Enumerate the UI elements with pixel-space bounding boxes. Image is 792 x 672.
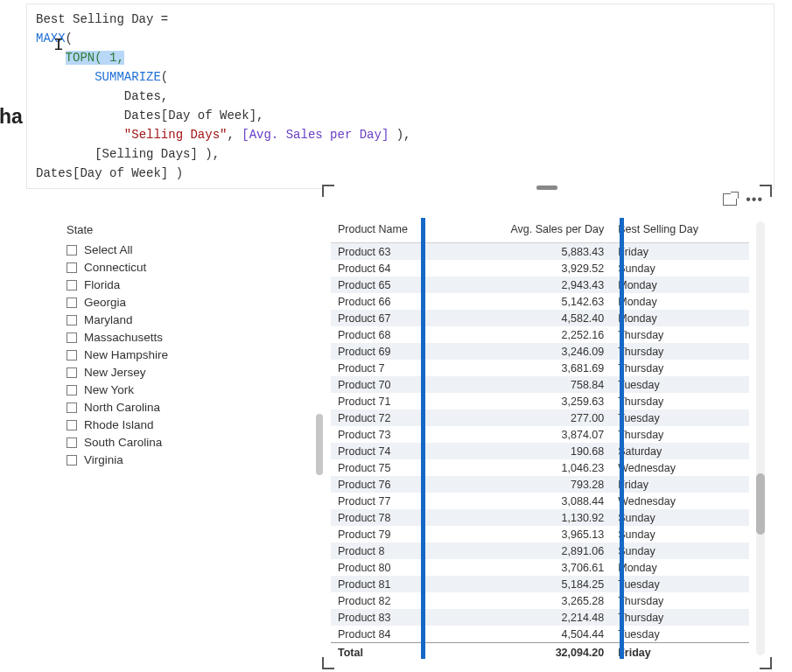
slicer-item[interactable]: New Jersey [67,364,242,382]
slicer-item[interactable]: Florida [67,276,242,294]
cell-avg-sales: 5,184.25 [453,576,611,592]
total-value: 32,094.20 [453,643,611,660]
slicer-item[interactable]: Virginia [67,452,242,469]
slicer-item[interactable]: New York [67,382,242,399]
cell-avg-sales: 3,681.69 [453,360,611,376]
resize-handle-br[interactable] [760,657,772,669]
slicer-item-label: Florida [84,278,120,291]
table-row[interactable]: Product 693,246.09Thursday [331,343,749,360]
slicer-item[interactable]: North Carolina [67,399,242,416]
table-row[interactable]: Product 635,883.43Friday [331,243,749,261]
slicer-item[interactable]: Select All [67,242,242,259]
checkbox-icon[interactable] [67,262,77,273]
formula-bar[interactable]: Best Selling Day = MAXX( TOPN( 1, SUMMAR… [26,4,774,189]
checkbox-icon[interactable] [67,280,77,290]
slicer-item-label: North Carolina [84,401,160,414]
col-header-best-day[interactable]: Best Selling Day [611,218,749,243]
table-row[interactable]: Product 72277.00Tuesday [331,410,749,426]
cell-avg-sales: 3,259.63 [453,393,611,410]
checkbox-icon[interactable] [67,385,77,396]
drag-handle[interactable] [536,186,557,190]
checkbox-icon[interactable] [67,332,77,343]
slicer-item[interactable]: Connecticut [67,259,242,276]
slicer-title: State [67,223,242,236]
cell-best-day: Thursday [611,609,749,626]
table-row[interactable]: Product 713,259.63Thursday [331,393,749,410]
slicer-item[interactable]: Rhode Island [67,416,242,434]
checkbox-icon[interactable] [67,402,77,413]
cell-product: Product 77 [331,493,453,509]
dax-measure-ref: [Avg. Sales per Day] [242,128,389,142]
table-total-row: Total32,094.20Friday [331,643,749,660]
visual-scrollbar-thumb[interactable] [756,473,765,535]
table-row[interactable]: Product 643,929.52Sunday [331,260,749,276]
table-row[interactable]: Product 793,965.13Sunday [331,526,749,542]
table-row[interactable]: Product 674,582.40Monday [331,310,749,326]
checkbox-icon[interactable] [67,438,77,448]
slicer-item-label: Rhode Island [84,418,154,431]
table-row[interactable]: Product 844,504.44Tuesday [331,626,749,643]
slicer-item-label: Select All [84,243,133,256]
table-row[interactable]: Product 803,706.61Monday [331,559,749,576]
cell-avg-sales: 3,965.13 [453,526,611,542]
slicer-item[interactable]: South Carolina [67,434,242,452]
slicer-item-label: Connecticut [84,261,146,274]
table-row[interactable]: Product 73,681.69Thursday [331,360,749,376]
cell-best-day: Tuesday [611,376,749,393]
col-header-product[interactable]: Product Name [331,218,453,243]
resize-handle-bl[interactable] [322,657,334,669]
table-row[interactable]: Product 76793.28Friday [331,476,749,493]
page-scrollbar-thumb[interactable] [316,414,323,475]
table-row[interactable]: Product 665,142.63Monday [331,293,749,310]
checkbox-icon[interactable] [67,315,77,326]
dax-maxx: MAXX [36,32,66,46]
cell-best-day: Monday [611,310,749,326]
checkbox-icon[interactable] [67,420,77,430]
cell-best-day: Monday [611,276,749,293]
cell-product: Product 68 [331,326,453,343]
table-row[interactable]: Product 832,214.48Thursday [331,609,749,626]
visual-scrollbar[interactable] [756,221,765,655]
table-row[interactable]: Product 823,265.28Thursday [331,592,749,609]
cell-product: Product 78 [331,509,453,526]
resize-handle-tl[interactable] [322,185,334,197]
table-row[interactable]: Product 70758.84Tuesday [331,376,749,393]
table-row[interactable]: Product 682,252.16Thursday [331,326,749,343]
cell-avg-sales: 3,088.44 [453,493,611,509]
slicer-item[interactable]: New Hampshire [67,346,242,364]
checkbox-icon[interactable] [67,245,77,256]
cell-avg-sales: 5,142.63 [453,293,611,310]
table-row[interactable]: Product 751,046.23Wednesday [331,459,749,476]
focus-mode-icon[interactable] [723,193,737,206]
checkbox-icon[interactable] [67,368,77,378]
cell-avg-sales: 4,504.44 [453,626,611,643]
slicer-item[interactable]: Massachusetts [67,329,242,346]
col-header-avg-sales[interactable]: Avg. Sales per Day [453,218,611,243]
cell-avg-sales: 5,883.43 [453,243,611,261]
table-row[interactable]: Product 815,184.25Tuesday [331,576,749,592]
checkbox-icon[interactable] [67,350,77,360]
state-slicer[interactable]: State Select AllConnecticutFloridaGeorgi… [67,223,242,469]
table-row[interactable]: Product 82,891.06Sunday [331,542,749,559]
cell-avg-sales: 2,214.48 [453,609,611,626]
table-row[interactable]: Product 773,088.44Wednesday [331,493,749,509]
table-row[interactable]: Product 74190.68Saturday [331,443,749,459]
cell-product: Product 67 [331,310,453,326]
data-table[interactable]: Product Name Avg. Sales per Day Best Sel… [331,218,749,659]
more-options-icon[interactable]: ••• [746,193,763,206]
cell-product: Product 64 [331,260,453,276]
slicer-item[interactable]: Georgia [67,294,242,312]
table-visual[interactable]: ••• Product Name Avg. Sales per Day Best… [324,186,770,668]
dax-topn: TOPN( 1, [66,51,124,65]
checkbox-icon[interactable] [67,455,77,466]
cell-best-day: Tuesday [611,626,749,643]
table-row[interactable]: Product 652,943.43Monday [331,276,749,293]
cell-product: Product 63 [331,243,453,261]
slicer-item[interactable]: Maryland [67,312,242,329]
table-row[interactable]: Product 781,130.92Sunday [331,509,749,526]
table-row[interactable]: Product 733,874.07Thursday [331,426,749,443]
cell-product: Product 74 [331,443,453,459]
checkbox-icon[interactable] [67,298,77,308]
cell-product: Product 84 [331,626,453,643]
slicer-item-label: South Carolina [84,436,162,449]
